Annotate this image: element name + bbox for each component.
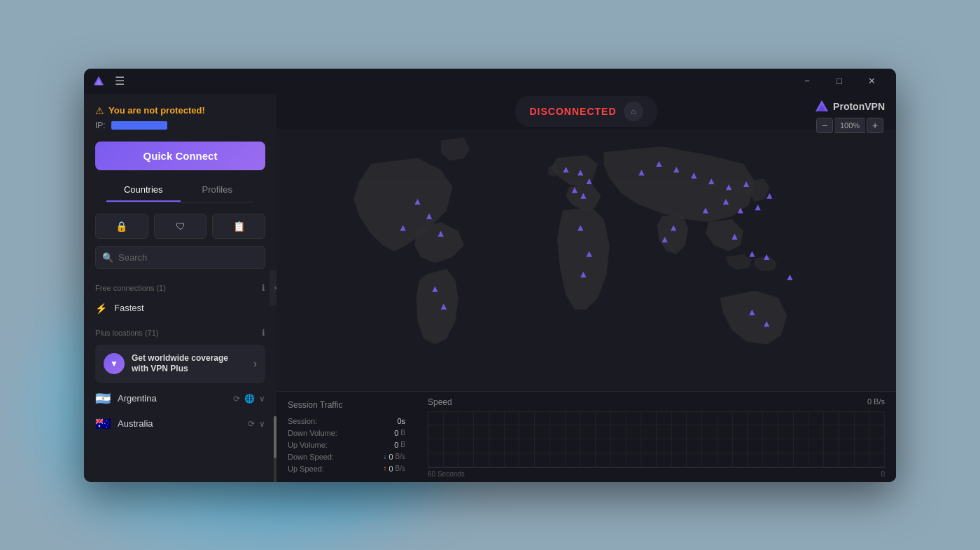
free-connections-header: Free connections (1) ℹ [84, 279, 276, 297]
chart-area [428, 411, 885, 468]
chart-col [657, 411, 672, 467]
australia-actions: ⟳ ∨ [248, 419, 265, 429]
protection-status: ⚠ You are not protected! [95, 105, 265, 116]
collapse-icon: ‹ [274, 284, 276, 291]
australia-chevron-down-icon[interactable]: ∨ [259, 419, 265, 429]
chart-col [519, 411, 535, 467]
filter-clipboard-button[interactable]: 📋 [212, 214, 265, 239]
chart-value-label: 0 [881, 470, 885, 478]
up-volume-stat-row: Up Volume: 0 B [288, 441, 405, 449]
australia-refresh-icon[interactable]: ⟳ [248, 419, 255, 429]
proton-logo-row: ProtonVPN [815, 99, 885, 114]
argentina-chevron-down-icon[interactable]: ∨ [259, 394, 265, 404]
chart-col [458, 411, 474, 467]
session-value-group: 0s [397, 417, 405, 425]
search-icon: 🔍 [102, 252, 113, 263]
down-volume-label: Down Volume: [288, 429, 337, 437]
disconnected-text: DISCONNECTED [529, 106, 616, 117]
chart-col [505, 411, 520, 467]
fastest-label: Fastest [114, 303, 144, 313]
chart-col [718, 411, 733, 467]
filter-shield-button[interactable]: 🛡 [154, 214, 207, 239]
search-input[interactable] [95, 246, 265, 269]
chart-col [550, 411, 566, 467]
up-speed-unit: B/s [396, 465, 405, 472]
sidebar-header: ⚠ You are not protected! IP: Quick Conne… [84, 94, 276, 214]
down-volume-value: 0 [394, 429, 398, 437]
chart-time-label: 60 Seconds [428, 470, 465, 478]
bolt-icon: ⚡ [95, 303, 107, 314]
chart-col [839, 411, 855, 467]
plus-locations-label: Plus locations (71) [95, 329, 159, 337]
hamburger-menu-icon[interactable]: ☰ [115, 74, 125, 88]
home-icon-button[interactable]: ⌂ [624, 102, 643, 121]
tab-profiles[interactable]: Profiles [181, 179, 255, 202]
chart-col [626, 411, 642, 467]
up-speed-value: 0 [388, 465, 393, 473]
chart-col [566, 411, 581, 467]
down-speed-value: 0 [388, 453, 393, 461]
up-volume-value-group: 0 B [394, 441, 405, 449]
country-item-australia[interactable]: 🇦🇺 Australia ⟳ ∨ [84, 411, 276, 436]
upgrade-title: Get worldwide coverage with VPN Plus [132, 353, 246, 375]
close-button[interactable]: ✕ [855, 69, 888, 94]
argentina-name: Argentina [118, 393, 226, 404]
stats-panel: Session Traffic Session: 0s Down Volume:… [276, 391, 896, 482]
upgrade-avatar-icon: ▼ [110, 359, 118, 369]
session-stat-row: Session: 0s [288, 417, 405, 425]
speed-chart-title: Speed [428, 397, 452, 407]
fastest-item[interactable]: ⚡ Fastest [84, 297, 276, 319]
argentina-refresh-icon[interactable]: ⟳ [233, 394, 240, 404]
sidebar: ⚠ You are not protected! IP: Quick Conne… [84, 94, 276, 482]
chart-col [474, 411, 489, 467]
shield-icon: 🛡 [176, 221, 186, 232]
quick-connect-button[interactable]: Quick Connect [95, 142, 265, 170]
session-label: Session: [288, 417, 317, 425]
proton-logo-icon [92, 75, 105, 88]
app-content: ⚠ You are not protected! IP: Quick Conne… [84, 94, 896, 482]
plus-locations-info-icon[interactable]: ℹ [262, 328, 265, 338]
filter-lock-button[interactable]: 🔒 [95, 214, 148, 239]
vpn-status-bar: DISCONNECTED ⌂ ProtonVPN [276, 94, 896, 129]
argentina-actions: ⟳ 🌐 ∨ [233, 394, 265, 404]
chart-col [733, 411, 748, 467]
maximize-button[interactable]: □ [823, 69, 855, 94]
up-volume-unit: B [400, 441, 405, 448]
argentina-globe-icon[interactable]: 🌐 [244, 394, 255, 404]
filter-icons: 🔒 🛡 📋 [95, 214, 265, 239]
world-map [276, 129, 896, 391]
home-icon: ⌂ [631, 106, 636, 116]
app-window: ☰ − □ ✕ ⚠ You are not protected! IP: [84, 69, 896, 482]
collapse-sidebar-button[interactable]: ‹ [270, 270, 276, 305]
stats-chart: Speed 0 B/s [416, 392, 896, 482]
chart-columns [428, 411, 885, 467]
server-list[interactable]: Free connections (1) ℹ ⚡ Fastest Plus lo… [84, 276, 276, 482]
chart-col [748, 411, 763, 467]
chart-col [611, 411, 626, 467]
free-connections-info-icon[interactable]: ℹ [262, 283, 265, 293]
chart-col [535, 411, 550, 467]
tab-countries[interactable]: Countries [106, 179, 181, 202]
down-volume-stat-row: Down Volume: 0 B [288, 429, 405, 437]
chart-col [489, 411, 505, 467]
chart-col [580, 411, 596, 467]
disconnected-badge: DISCONNECTED ⌂ [515, 96, 657, 127]
up-volume-value: 0 [394, 441, 398, 449]
chart-col [778, 411, 794, 467]
chart-col [763, 411, 778, 467]
upgrade-card[interactable]: ▼ Get worldwide coverage with VPN Plus › [95, 345, 265, 383]
chart-col [428, 411, 444, 467]
minimize-button[interactable]: − [791, 69, 823, 94]
map-area[interactable] [276, 129, 896, 391]
argentina-flag-icon: 🇦🇷 [95, 393, 111, 404]
title-bar: ☰ − □ ✕ [84, 69, 896, 94]
warning-icon: ⚠ [95, 105, 104, 116]
chart-col [794, 411, 809, 467]
tabs-container: Countries Profiles [106, 179, 254, 202]
chart-col [444, 411, 459, 467]
country-item-argentina[interactable]: 🇦🇷 Argentina ⟳ 🌐 ∨ [84, 386, 276, 411]
speed-chart-value: 0 B/s [867, 397, 885, 406]
chart-col [824, 411, 839, 467]
upgrade-text: Get worldwide coverage with VPN Plus [132, 353, 246, 375]
australia-name: Australia [118, 418, 241, 429]
